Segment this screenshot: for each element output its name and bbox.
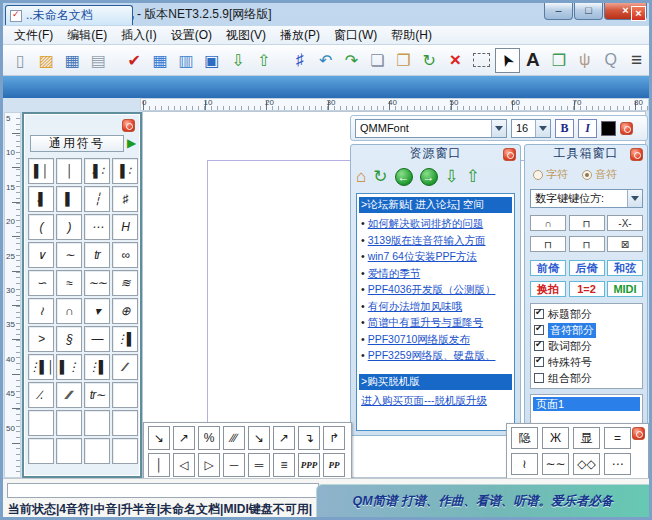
equals-icon[interactable]: = — [604, 427, 631, 449]
palette-symbol-button[interactable]: ≀ — [28, 298, 54, 324]
palette-symbol-button[interactable]: tr — [84, 242, 110, 268]
menu-item[interactable]: 文件(F) — [7, 25, 60, 46]
bold-button[interactable]: B — [555, 119, 574, 138]
menu-item[interactable]: 窗口(W) — [327, 25, 384, 46]
palette-symbol-button[interactable]: ▌⋮ — [56, 354, 82, 380]
menu-item[interactable]: 播放(P) — [273, 25, 327, 46]
palette-symbol-button[interactable]: ∕. — [28, 382, 54, 408]
one-line-icon[interactable]: ─ — [223, 453, 245, 477]
palette-symbol-button[interactable]: — — [84, 326, 110, 352]
note-sharp-icon[interactable]: ♯ — [287, 48, 312, 73]
forum-link[interactable]: PPF4036开发版（公测版） — [368, 281, 496, 298]
menu-item[interactable]: 设置(O) — [164, 25, 219, 46]
grace-bracket2-icon[interactable]: ⊓ — [569, 236, 605, 252]
forum-link[interactable]: PPF30710网络版发布 — [368, 331, 470, 348]
cross-bracket-icon[interactable]: ⊠ — [607, 236, 643, 252]
dots-icon[interactable]: ⋯ — [604, 453, 631, 475]
pp-icon[interactable]: PP — [323, 453, 345, 477]
one-eq-two-button[interactable]: 1=2 — [569, 281, 605, 297]
font-select[interactable]: QMMFont — [355, 119, 507, 138]
cursor-icon[interactable]: ➤ — [495, 48, 520, 73]
delete-icon[interactable]: × — [443, 48, 468, 73]
upload-icon[interactable]: ⇧ — [466, 167, 480, 187]
back-icon[interactable]: ← — [395, 168, 413, 186]
palette-symbol-button[interactable]: ∽ — [28, 270, 54, 296]
ppp-icon[interactable]: PPP — [298, 453, 320, 477]
palette-symbol-button[interactable]: ⋯ — [84, 214, 110, 240]
palette-symbol-button[interactable] — [112, 410, 138, 436]
refresh-page-icon[interactable]: ↻ — [373, 167, 387, 187]
palette-symbol-button[interactable]: ▌ — [56, 186, 82, 212]
palette-symbol-button[interactable]: ( — [28, 214, 54, 240]
menu-item[interactable]: 帮助(H) — [384, 25, 439, 46]
palette-symbol-button[interactable]: ∶▌ — [28, 186, 54, 212]
palette-close-icon[interactable] — [122, 119, 135, 132]
grace-after-button[interactable]: 后倚 — [569, 260, 605, 276]
palette-next-icon[interactable]: ▶ — [127, 135, 136, 152]
decrescendo-icon[interactable]: ▷ — [198, 453, 220, 477]
text-tool-icon[interactable]: A — [521, 48, 546, 73]
proof-check-icon[interactable]: ✔ — [122, 48, 147, 73]
copy-icon[interactable]: ❏ — [365, 48, 390, 73]
char-mode-radio[interactable]: 字符 — [533, 167, 568, 182]
format-bar-close-icon[interactable] — [620, 122, 633, 135]
palette-symbol-button[interactable]: ⊕ — [112, 298, 138, 324]
palette-symbol-button[interactable]: H — [112, 214, 138, 240]
extra-panel-close-icon[interactable] — [632, 427, 645, 440]
palette-symbol-button[interactable] — [28, 410, 54, 436]
forum-link[interactable]: 爱情的季节 — [368, 265, 421, 282]
palette-symbol-button[interactable]: ▾ — [84, 298, 110, 324]
palette-symbol-button[interactable]: ┆ — [84, 186, 110, 212]
section-checkbox-row[interactable]: 组合部分 — [534, 370, 639, 386]
forum-link[interactable]: PPF3259网络版、硬盘版、 — [368, 347, 496, 364]
open-document-icon[interactable]: ▨ — [34, 48, 59, 73]
forward-icon[interactable]: → — [420, 168, 438, 186]
palette-symbol-button[interactable] — [28, 438, 54, 464]
section-checkbox-row[interactable]: 歌词部分 — [534, 338, 639, 354]
palette-symbol-button[interactable]: ⋮▌│ — [28, 354, 54, 380]
menu-item[interactable]: 视图(V) — [219, 25, 273, 46]
tremolo-icon[interactable]: ∕∕∕ — [223, 426, 245, 450]
home-icon[interactable]: ⌂ — [356, 167, 366, 187]
wave-line-icon[interactable]: ∼∼ — [542, 453, 569, 475]
forum-link[interactable]: 3139版在连音符输入方面 — [368, 232, 486, 249]
palette-symbol-button[interactable]: ▌│ — [28, 158, 54, 184]
checkbox-icon[interactable] — [534, 373, 544, 383]
marquee-select-icon[interactable] — [469, 48, 494, 73]
font-color-swatch[interactable] — [601, 121, 616, 136]
palette-symbol-button[interactable]: ∕∕ — [112, 354, 138, 380]
palette-symbol-button[interactable] — [84, 410, 110, 436]
bend-down-icon[interactable]: ↴ — [298, 426, 320, 450]
document-tab[interactable]: ..未命名文档 — [5, 5, 133, 25]
maximize-button[interactable]: □ — [574, 3, 603, 20]
undo-icon[interactable]: ↶ — [313, 48, 338, 73]
x-bar-icon[interactable]: Ж — [542, 427, 569, 449]
bend-up-icon[interactable]: ↱ — [323, 426, 345, 450]
down-arrow-icon[interactable]: ↘ — [248, 426, 270, 450]
chevron-down-icon[interactable] — [491, 120, 506, 137]
palette-symbol-button[interactable] — [112, 382, 138, 408]
menu-item[interactable]: 插入(I) — [114, 25, 163, 46]
page-list-item[interactable]: 页面1 — [533, 397, 640, 411]
palette-symbol-button[interactable]: tr∼ — [84, 382, 110, 408]
bracket-icon[interactable]: ⊓ — [569, 215, 605, 231]
resource-close-icon[interactable] — [503, 148, 516, 161]
page-layout-icon[interactable]: ▥ — [174, 48, 199, 73]
palette-symbol-button[interactable]: ∞ — [112, 242, 138, 268]
zoom-tool-icon[interactable]: Q — [598, 48, 623, 73]
chord-button[interactable]: 和弦 — [607, 260, 643, 276]
section-checkbox-row[interactable]: 特殊符号 — [534, 354, 639, 370]
palette-symbol-button[interactable]: ∨ — [28, 242, 54, 268]
two-line-icon[interactable]: ═ — [248, 453, 270, 477]
document-close-button[interactable]: × — [631, 6, 646, 21]
chevron-down-icon[interactable] — [535, 120, 550, 137]
line-spacing-icon[interactable]: ≡ — [624, 48, 649, 73]
palette-symbol-button[interactable]: ∼ — [56, 242, 82, 268]
wavy-bar-icon[interactable]: ≀ — [511, 453, 538, 475]
palette-symbol-button[interactable] — [84, 438, 110, 464]
palette-symbol-button[interactable]: │ — [56, 158, 82, 184]
menu-item[interactable]: 编辑(E) — [60, 25, 114, 46]
minimize-button[interactable]: – — [544, 3, 573, 20]
image-tool-icon[interactable]: ❒ — [546, 48, 571, 73]
export-icon[interactable]: ⇧ — [251, 48, 276, 73]
